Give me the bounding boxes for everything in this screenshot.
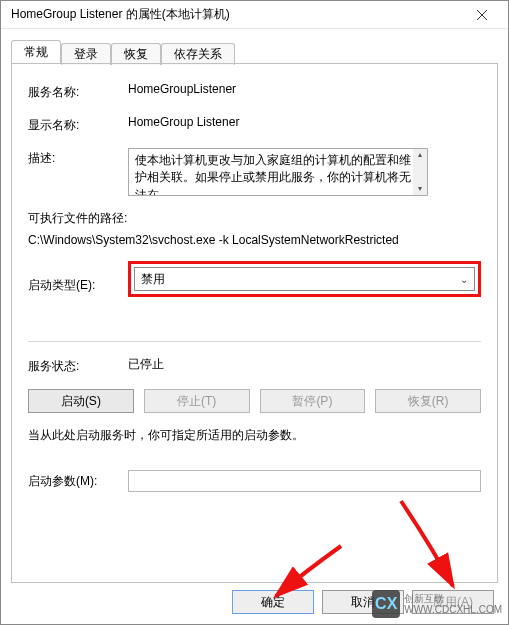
tab-dependencies[interactable]: 依存关系 [161,43,235,65]
tabpanel-general: 服务名称: HomeGroupListener 显示名称: HomeGroup … [11,63,498,583]
row-display-name: 显示名称: HomeGroup Listener [28,115,481,134]
label-startup-type: 启动类型(E): [28,275,128,294]
resume-button: 恢复(R) [375,389,481,413]
exe-path-block: 可执行文件的路径: C:\Windows\System32\svchost.ex… [28,210,481,247]
ok-button[interactable]: 确定 [232,590,314,614]
startup-type-value: 禁用 [141,271,165,288]
value-service-name: HomeGroupListener [128,82,481,96]
tab-general[interactable]: 常规 [11,40,61,64]
tab-recovery[interactable]: 恢复 [111,43,161,65]
value-exe-path: C:\Windows\System32\svchost.exe -k Local… [28,233,481,247]
stop-button: 停止(T) [144,389,250,413]
label-description: 描述: [28,148,128,167]
apply-button: 应用(A) [412,590,494,614]
window-title: HomeGroup Listener 的属性(本地计算机) [11,6,462,23]
dialog-button-row: 确定 取消 应用(A) [232,590,494,614]
row-description: 描述: 使本地计算机更改与加入家庭组的计算机的配置和维护相关联。如果停止或禁用此… [28,148,481,196]
description-textbox[interactable]: 使本地计算机更改与加入家庭组的计算机的配置和维护相关联。如果停止或禁用此服务，你… [128,148,428,196]
window: HomeGroup Listener 的属性(本地计算机) 常规 登录 恢复 依… [0,0,509,625]
pause-button: 暂停(P) [260,389,366,413]
separator [28,341,481,342]
value-display-name: HomeGroup Listener [128,115,481,129]
label-start-params: 启动参数(M): [28,473,128,490]
label-service-name: 服务名称: [28,82,128,101]
client-area: 常规 登录 恢复 依存关系 服务名称: HomeGroupListener 显示… [1,29,508,583]
close-button[interactable] [462,5,502,25]
scroll-down-icon: ▾ [418,183,422,195]
titlebar: HomeGroup Listener 的属性(本地计算机) [1,1,508,29]
service-button-row: 启动(S) 停止(T) 暂停(P) 恢复(R) [28,389,481,413]
cancel-button[interactable]: 取消 [322,590,404,614]
startup-hint: 当从此处启动服务时，你可指定所适用的启动参数。 [28,427,481,444]
label-exe-path: 可执行文件的路径: [28,210,481,227]
close-icon [477,10,487,20]
label-display-name: 显示名称: [28,115,128,134]
startup-type-highlight: 禁用 ⌄ [128,261,481,297]
row-service-name: 服务名称: HomeGroupListener [28,82,481,101]
scroll-up-icon: ▴ [418,149,422,161]
chevron-down-icon: ⌄ [460,274,468,285]
tabstrip: 常规 登录 恢复 依存关系 [11,39,498,63]
description-text: 使本地计算机更改与加入家庭组的计算机的配置和维护相关联。如果停止或禁用此服务，你… [135,153,411,196]
label-service-status: 服务状态: [28,356,128,375]
value-service-status: 已停止 [128,356,481,373]
row-startup-type: 启动类型(E): 禁用 ⌄ [28,261,481,307]
row-service-status: 服务状态: 已停止 [28,356,481,375]
row-start-params: 启动参数(M): [28,470,481,492]
tab-logon[interactable]: 登录 [61,43,111,65]
description-scrollbar[interactable]: ▴ ▾ [413,149,427,195]
start-params-input [128,470,481,492]
start-button[interactable]: 启动(S) [28,389,134,413]
startup-type-select[interactable]: 禁用 ⌄ [134,267,475,291]
